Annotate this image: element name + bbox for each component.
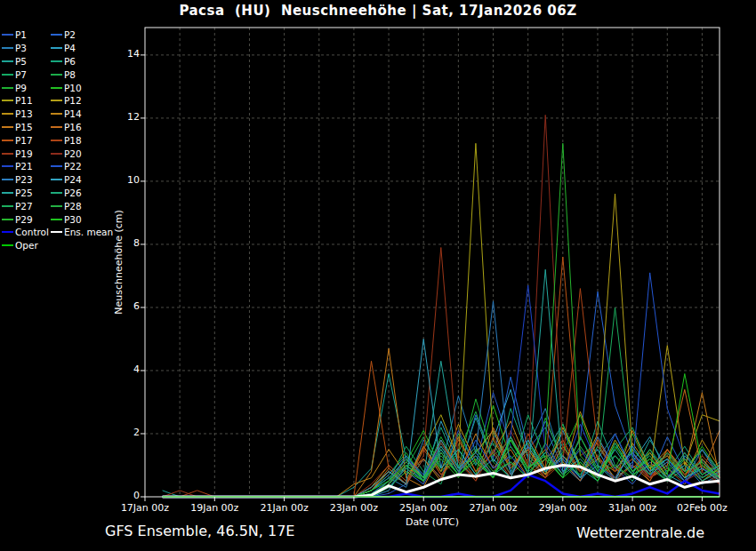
x-tick-label: 29Jan 00z: [528, 502, 598, 514]
x-tick-label: 21Jan 00z: [250, 502, 319, 514]
x-tick-label: 23Jan 00z: [319, 502, 389, 514]
x-tick-label: 31Jan 00z: [598, 502, 667, 514]
x-axis-label: Date (UTC): [379, 516, 486, 528]
y-tick-label: 4: [99, 363, 140, 375]
x-tick-label: 17Jan 00z: [110, 502, 180, 514]
x-tick-label: 02Feb 00z: [667, 502, 736, 514]
x-tick-label: 27Jan 00z: [459, 502, 528, 514]
x-tick-label: 25Jan 00z: [389, 502, 458, 514]
footer-brand: Wetterzentrale.de: [576, 524, 704, 541]
y-tick-label: 14: [99, 48, 140, 60]
plot-border: [145, 28, 720, 497]
y-tick-label: 2: [99, 427, 140, 438]
y-tick-label: 6: [99, 300, 140, 312]
y-tick-label: 10: [99, 174, 140, 186]
series-p20: [163, 115, 720, 497]
y-tick-label: 12: [99, 111, 140, 123]
y-tick-label: 0: [99, 490, 140, 501]
x-tick-label: 19Jan 00z: [180, 502, 249, 514]
footer-model-info: GFS Ensemble, 46.5N, 17E: [105, 523, 294, 539]
y-tick-label: 8: [99, 237, 140, 249]
plot-area: [0, 0, 756, 551]
meteogram-page: { "title": "Pacsa (HU) Neuschneehöhe | S…: [0, 0, 756, 551]
